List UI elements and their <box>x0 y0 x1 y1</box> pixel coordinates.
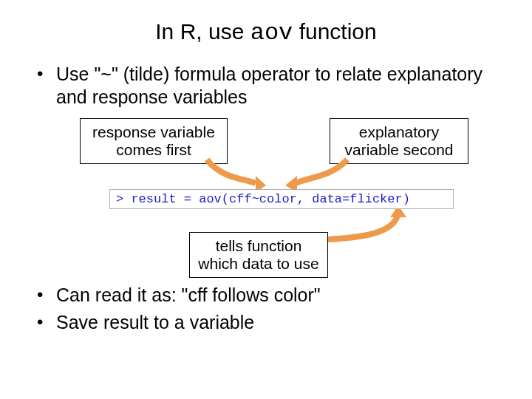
bullet-bottom-1: Can read it as: "cff follows color" <box>37 284 502 307</box>
box-explanatory-l1: explanatory <box>359 123 440 140</box>
bullets-top: Use "~" (tilde) formula operator to rela… <box>30 63 502 109</box>
code-color: color <box>259 192 297 206</box>
code-lhs: result = aov( <box>131 192 229 206</box>
box-response-l2: comes first <box>116 141 191 158</box>
box-data-l1: tells function <box>216 237 302 254</box>
box-data-argument: tells function which data to use <box>189 232 328 278</box>
code-line: > result = aov(cff~color, data=flicker) <box>109 189 454 209</box>
slide: In R, use aov function Use "~" (tilde) f… <box>0 0 532 399</box>
code-close: ) <box>403 192 410 206</box>
box-response-variable: response variable comes first <box>80 118 228 164</box>
box-explanatory-l2: variable second <box>344 141 453 158</box>
arrow-data-to-arg <box>328 216 398 239</box>
title-function-name: aov <box>250 19 293 47</box>
title-post: function <box>293 19 376 44</box>
code-sep: , <box>297 192 312 206</box>
code-prompt: > <box>116 192 131 206</box>
slide-title: In R, use aov function <box>30 19 502 47</box>
code-tilde: ~ <box>252 192 259 206</box>
bullet-bottom-2: Save result to a variable <box>37 311 502 334</box>
bullets-bottom: Can read it as: "cff follows color" Save… <box>30 284 502 335</box>
code-dataarg: data=flicker <box>312 192 402 206</box>
bullet-top-1: Use "~" (tilde) formula operator to rela… <box>37 63 502 109</box>
diagram: response variable comes first explanator… <box>30 115 502 284</box>
title-pre: In R, use <box>155 19 250 44</box>
code-cff: cff <box>229 192 252 206</box>
box-response-l1: response variable <box>92 123 215 140</box>
box-explanatory-variable: explanatory variable second <box>330 118 468 164</box>
box-data-l2: which data to use <box>198 255 318 272</box>
